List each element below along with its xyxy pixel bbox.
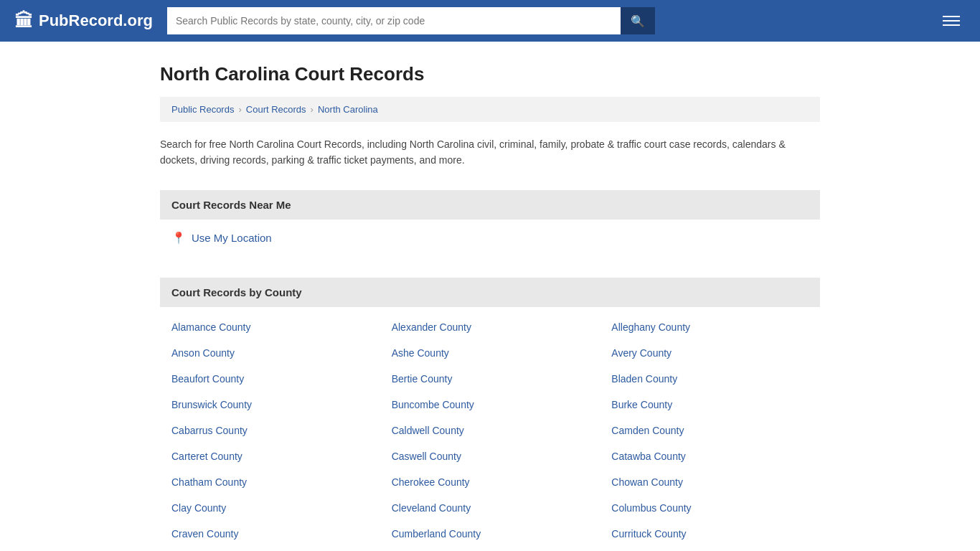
county-link[interactable]: Catawba County <box>611 451 686 462</box>
county-link[interactable]: Avery County <box>611 347 672 359</box>
county-link[interactable]: Cherokee County <box>392 476 470 488</box>
list-item: Alexander County <box>380 314 600 340</box>
county-link[interactable]: Columbus County <box>611 502 691 514</box>
list-item: Beaufort County <box>160 366 380 392</box>
search-button[interactable]: 🔍 <box>621 7 655 34</box>
near-me-section: Court Records Near Me 📍 Use My Location <box>160 190 820 256</box>
list-item: Cleveland County <box>380 495 600 521</box>
county-section: Court Records by County Alamance CountyA… <box>160 278 820 551</box>
menu-line-1 <box>943 16 960 17</box>
county-link[interactable]: Craven County <box>171 528 238 540</box>
page-title: North Carolina Court Records <box>160 63 820 85</box>
county-link[interactable]: Chatham County <box>171 476 247 488</box>
county-link[interactable]: Bladen County <box>611 373 677 385</box>
use-location-button[interactable]: 📍 Use My Location <box>171 231 809 245</box>
list-item: Buncombe County <box>380 392 600 418</box>
list-item: Caswell County <box>380 443 600 469</box>
menu-button[interactable] <box>937 13 966 29</box>
list-item: Chatham County <box>160 469 380 495</box>
search-icon: 🔍 <box>631 14 645 28</box>
list-item: Davie County <box>600 547 820 551</box>
list-item: Ashe County <box>380 340 600 366</box>
search-input[interactable] <box>167 7 621 34</box>
list-item: Bertie County <box>380 366 600 392</box>
list-item: Alleghany County <box>600 314 820 340</box>
site-logo[interactable]: 🏛 PubRecord.org <box>14 10 153 32</box>
page-description: Search for free North Carolina Court Rec… <box>160 136 820 169</box>
list-item: Craven County <box>160 521 380 547</box>
county-link[interactable]: Alleghany County <box>611 321 690 333</box>
menu-line-2 <box>943 20 960 22</box>
county-link[interactable]: Caswell County <box>392 451 461 462</box>
list-item: Columbus County <box>600 495 820 521</box>
breadcrumb: Public Records › Court Records › North C… <box>160 97 820 122</box>
list-item: Anson County <box>160 340 380 366</box>
county-link[interactable]: Cleveland County <box>392 502 471 514</box>
list-item: Carteret County <box>160 443 380 469</box>
list-item: Brunswick County <box>160 392 380 418</box>
county-link[interactable]: Bertie County <box>392 373 453 385</box>
breadcrumb-court-records[interactable]: Court Records <box>246 104 306 115</box>
site-header: 🏛 PubRecord.org 🔍 <box>0 0 980 42</box>
county-link[interactable]: Anson County <box>171 347 235 359</box>
list-item: Burke County <box>600 392 820 418</box>
main-content: North Carolina Court Records Public Reco… <box>146 42 834 551</box>
list-item: Davidson County <box>380 547 600 551</box>
near-me-content: 📍 Use My Location <box>160 220 820 256</box>
menu-line-3 <box>943 24 960 26</box>
list-item: Cabarrus County <box>160 418 380 443</box>
location-icon: 📍 <box>171 231 186 245</box>
county-link[interactable]: Currituck County <box>611 528 686 540</box>
list-item: Cumberland County <box>380 521 600 547</box>
logo-text: PubRecord.org <box>39 11 153 30</box>
breadcrumb-sep-1: › <box>238 104 241 115</box>
county-link[interactable]: Cabarrus County <box>171 425 248 436</box>
county-link[interactable]: Alamance County <box>171 321 251 333</box>
county-link[interactable]: Caldwell County <box>392 425 464 436</box>
search-area: 🔍 <box>167 7 655 34</box>
county-link[interactable]: Beaufort County <box>171 373 244 385</box>
county-link[interactable]: Brunswick County <box>171 399 252 410</box>
near-me-section-header: Court Records Near Me <box>160 190 820 220</box>
county-link[interactable]: Alexander County <box>392 321 471 333</box>
list-item: Catawba County <box>600 443 820 469</box>
breadcrumb-public-records[interactable]: Public Records <box>171 104 234 115</box>
building-icon: 🏛 <box>14 10 33 32</box>
county-section-header: Court Records by County <box>160 278 820 307</box>
list-item: Bladen County <box>600 366 820 392</box>
county-grid: Alamance CountyAlexander CountyAlleghany… <box>160 307 820 551</box>
county-link[interactable]: Carteret County <box>171 451 242 462</box>
county-link[interactable]: Camden County <box>611 425 684 436</box>
list-item: Avery County <box>600 340 820 366</box>
breadcrumb-north-carolina[interactable]: North Carolina <box>318 104 378 115</box>
list-item: Dare County <box>160 547 380 551</box>
list-item: Alamance County <box>160 314 380 340</box>
county-link[interactable]: Buncombe County <box>392 399 474 410</box>
list-item: Caldwell County <box>380 418 600 443</box>
county-link[interactable]: Burke County <box>611 399 672 410</box>
list-item: Clay County <box>160 495 380 521</box>
list-item: Camden County <box>600 418 820 443</box>
list-item: Cherokee County <box>380 469 600 495</box>
list-item: Chowan County <box>600 469 820 495</box>
county-link[interactable]: Ashe County <box>392 347 449 359</box>
list-item: Currituck County <box>600 521 820 547</box>
breadcrumb-sep-2: › <box>311 104 314 115</box>
county-link[interactable]: Cumberland County <box>392 528 481 540</box>
county-link[interactable]: Clay County <box>171 502 226 514</box>
county-link[interactable]: Chowan County <box>611 476 683 488</box>
use-location-label: Use My Location <box>192 232 272 244</box>
